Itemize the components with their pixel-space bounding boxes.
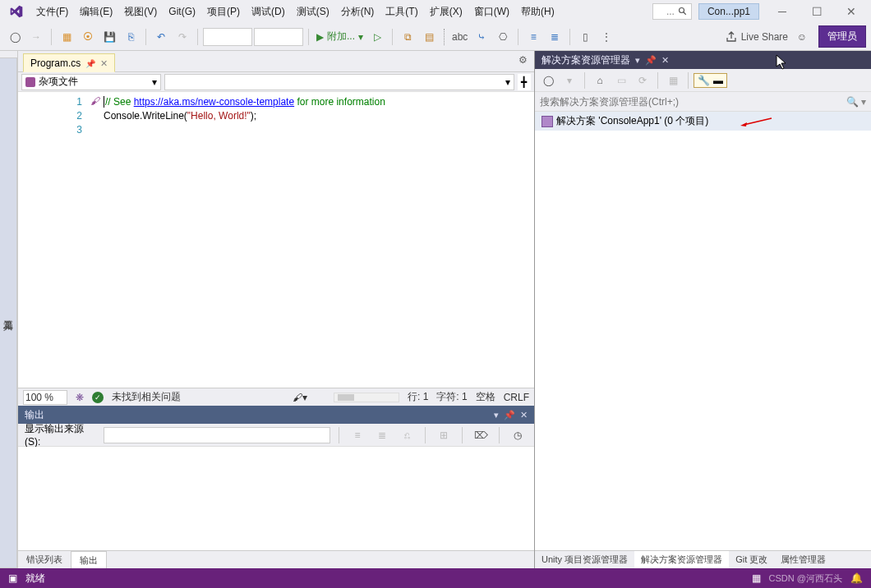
- output-tb-2[interactable]: ≣: [372, 425, 392, 445]
- admin-badge[interactable]: 管理员: [818, 25, 866, 48]
- sol-home-icon[interactable]: ⌂: [590, 71, 610, 90]
- liveshare-button[interactable]: Live Share: [722, 27, 790, 47]
- bookmark-nav-icon[interactable]: ⋮: [597, 27, 616, 47]
- solution-root-node[interactable]: 解决方案 'ConsoleApp1' (0 个项目): [535, 112, 871, 131]
- output-window-icon[interactable]: ▣: [8, 572, 17, 584]
- lightbulb-icon[interactable]: 🖌: [87, 92, 104, 388]
- tool-icon-2[interactable]: ▤: [419, 27, 439, 47]
- tool-icon-1[interactable]: ⧉: [398, 27, 417, 47]
- sol-showall-icon[interactable]: ▦: [663, 71, 683, 90]
- menu-file[interactable]: 文件(F): [31, 2, 73, 22]
- feedback-icon[interactable]: ☺: [792, 27, 812, 47]
- solution-tree[interactable]: 解决方案 'ConsoleApp1' (0 个项目): [535, 112, 871, 550]
- menu-help[interactable]: 帮助(H): [516, 2, 560, 22]
- output-tb-3[interactable]: ⎌: [397, 425, 417, 445]
- crumb-project-dropdown[interactable]: 杂项文件 ▾: [21, 74, 161, 90]
- issues-label: 未找到相关问题: [112, 390, 181, 404]
- platform-dropdown[interactable]: [254, 28, 303, 46]
- menu-view[interactable]: 视图(V): [119, 2, 162, 22]
- new-project-icon[interactable]: ▦: [57, 27, 76, 47]
- rtab-props[interactable]: 属性管理器: [774, 551, 832, 568]
- document-tab-label: Program.cs: [30, 57, 81, 69]
- indent-icon[interactable]: ≡: [523, 27, 543, 47]
- document-tab-program[interactable]: Program.cs 📌 ✕: [23, 53, 115, 72]
- tab-errorlist[interactable]: 错误列表: [18, 551, 71, 568]
- menu-project[interactable]: 项目(P): [202, 2, 245, 22]
- solution-explorer-header[interactable]: 解决方案资源管理器 ▾ 📌 ✕: [535, 51, 871, 69]
- tab-output[interactable]: 输出: [71, 551, 107, 568]
- tabstrip-gear-icon[interactable]: ⚙: [518, 54, 528, 66]
- solution-search-input[interactable]: [540, 96, 846, 108]
- sol-fwd-icon[interactable]: ▾: [560, 71, 579, 90]
- undo-icon[interactable]: ↶: [151, 27, 171, 47]
- rtab-git[interactable]: Git 更改: [729, 551, 774, 568]
- notification-icon[interactable]: 🔔: [850, 572, 863, 584]
- crumb-split-icon[interactable]: ╋: [518, 74, 531, 90]
- output-body[interactable]: [18, 447, 534, 550]
- sol-back-icon[interactable]: ◯: [538, 71, 558, 90]
- sol-dropdown-icon[interactable]: ▾: [635, 55, 640, 66]
- code-editor[interactable]: 1 2 3 🖌 // See https://aka.ms/new-consol…: [18, 92, 534, 388]
- sol-pin-icon[interactable]: 📌: [645, 55, 657, 66]
- nav-fwd-icon[interactable]: →: [26, 27, 46, 47]
- output-clear-icon[interactable]: ⌦: [471, 425, 491, 445]
- share-icon: [725, 30, 738, 44]
- sol-view-icon[interactable]: ▭: [611, 71, 631, 90]
- save-icon[interactable]: 💾: [99, 27, 119, 47]
- project-title-tab[interactable]: Con...pp1: [698, 3, 759, 20]
- output-source-dropdown[interactable]: [104, 427, 330, 443]
- menu-window[interactable]: 窗口(W): [469, 2, 514, 22]
- solution-search[interactable]: 🔍 ▾: [535, 92, 871, 112]
- output-clock-icon[interactable]: ◷: [508, 425, 528, 445]
- main-area: 工具箱 Program.cs 📌 ✕ ⚙ 杂项文件 ▾ ▾ ╋: [0, 51, 871, 568]
- watermark: CSDN @河西石头: [769, 572, 842, 585]
- bookmark-icon[interactable]: ▯: [575, 27, 595, 47]
- output-pin-icon[interactable]: 📌: [504, 410, 515, 420]
- status-tile-icon[interactable]: ▦: [752, 572, 761, 584]
- output-dropdown-icon[interactable]: ▾: [494, 410, 499, 420]
- run-no-debug-icon[interactable]: ▷: [367, 27, 387, 47]
- menu-analyze[interactable]: 分析(N): [336, 2, 380, 22]
- solution-root-label: 解决方案 'ConsoleApp1' (0 个项目): [556, 114, 708, 128]
- crumb-namespace-dropdown[interactable]: ▾: [164, 74, 514, 90]
- svg-marker-3: [740, 122, 747, 126]
- run-label: 附加...: [327, 30, 355, 44]
- config-dropdown[interactable]: [203, 28, 252, 46]
- redo-icon[interactable]: ↷: [173, 27, 192, 47]
- output-tb-4[interactable]: ⊞: [434, 425, 454, 445]
- toolbox-sidebar-tab[interactable]: 工具箱: [0, 51, 18, 568]
- tool-icon-4[interactable]: ⤷: [472, 27, 491, 47]
- maximize-button[interactable]: ☐: [800, 2, 833, 21]
- rtab-solution[interactable]: 解决方案资源管理器: [634, 551, 729, 568]
- rtab-unity[interactable]: Unity 项目资源管理器: [535, 551, 634, 568]
- menu-extensions[interactable]: 扩展(X): [425, 2, 468, 22]
- pin-icon[interactable]: 📌: [85, 59, 95, 68]
- minimize-button[interactable]: ─: [766, 2, 799, 21]
- menu-git[interactable]: Git(G): [164, 2, 200, 21]
- sol-sync-icon[interactable]: ⟳: [633, 71, 652, 90]
- tool-icon-3[interactable]: abc: [449, 27, 470, 47]
- callout-arrow-icon: [740, 117, 773, 126]
- menu-edit[interactable]: 编辑(E): [75, 2, 118, 22]
- menu-tools[interactable]: 工具(T): [380, 2, 422, 22]
- h-scrollbar[interactable]: [334, 393, 399, 402]
- sol-properties-group[interactable]: 🔧▬: [694, 73, 727, 88]
- open-file-icon[interactable]: ⦿: [78, 27, 98, 47]
- sol-close-icon[interactable]: ✕: [661, 55, 669, 66]
- output-panel-header[interactable]: 输出 ▾ 📌 ✕: [18, 406, 534, 424]
- global-search-input[interactable]: ...: [652, 3, 692, 20]
- menu-debug[interactable]: 调试(D): [247, 2, 290, 22]
- brush-icon-2[interactable]: 🖌▾: [293, 392, 307, 403]
- output-close-icon[interactable]: ✕: [520, 410, 528, 420]
- close-tab-icon[interactable]: ✕: [100, 58, 108, 69]
- nav-back-icon[interactable]: ◯: [5, 27, 25, 47]
- save-all-icon[interactable]: ⎘: [121, 27, 141, 47]
- output-tb-1[interactable]: ≡: [348, 425, 367, 445]
- zoom-dropdown[interactable]: 100 %: [23, 390, 67, 405]
- outdent-icon[interactable]: ≣: [545, 27, 565, 47]
- health-icon[interactable]: ❋: [76, 392, 84, 403]
- menu-test[interactable]: 测试(S): [292, 2, 334, 22]
- close-button[interactable]: ✕: [835, 2, 868, 21]
- tool-icon-5[interactable]: ⎔: [493, 27, 513, 47]
- run-button[interactable]: ▶ 附加... ▾: [314, 27, 366, 47]
